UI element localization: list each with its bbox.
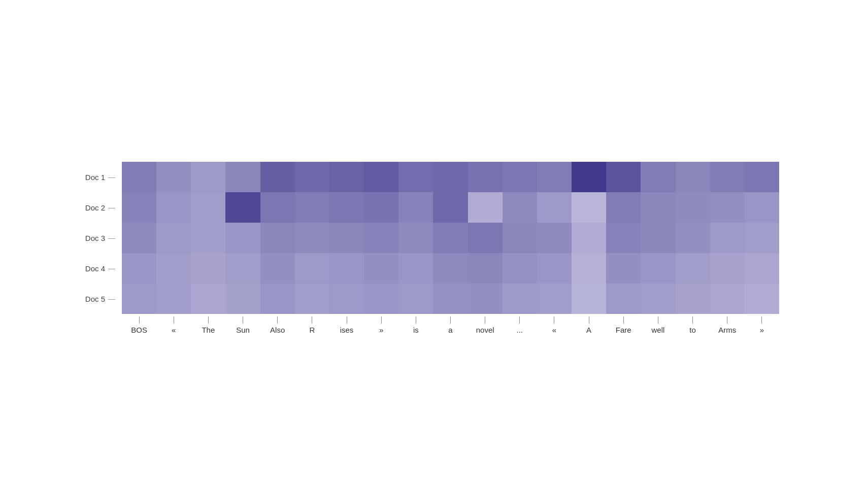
cell-r3-c2 [156, 223, 191, 253]
x-tick-label-3: Sun [236, 326, 250, 334]
x-tick-label-13: A [586, 326, 591, 334]
row-label-doc5: Doc 5 — [79, 284, 119, 314]
cell-r4-c7 [329, 253, 364, 284]
cell-r2-c11 [468, 192, 503, 223]
cell-r1-c1 [122, 162, 156, 192]
chart-container: Doc 1 — Doc 2 — Doc 3 — Doc 4 — Doc 5 — … [79, 162, 789, 375]
cell-r3-c7 [329, 223, 364, 253]
x-tick-15: well [641, 316, 675, 334]
cell-r1-c9 [398, 162, 433, 192]
cell-r1-c13 [537, 162, 572, 192]
x-tick-1: « [156, 316, 191, 334]
cell-r4-c2 [156, 253, 191, 284]
x-tick-line-8 [416, 316, 416, 324]
cell-r3-c14 [572, 223, 606, 253]
row-label-doc1: Doc 1 — [79, 162, 119, 192]
cell-r4-c10 [433, 253, 468, 284]
cell-r1-c3 [191, 162, 225, 192]
cell-r3-c8 [364, 223, 398, 253]
cell-r5-c10 [433, 284, 468, 314]
x-tick-line-16 [692, 316, 693, 324]
cell-r2-c17 [676, 192, 710, 223]
cell-r5-c9 [398, 284, 433, 314]
cell-r3-c3 [191, 223, 225, 253]
cell-r5-c17 [676, 284, 710, 314]
cell-r4-c16 [641, 253, 675, 284]
cell-r1-c16 [641, 162, 675, 192]
cell-r5-c14 [572, 284, 606, 314]
cell-r5-c4 [225, 284, 260, 314]
x-tick-label-4: Also [270, 326, 285, 334]
x-tick-line-3 [243, 316, 243, 324]
x-tick-label-6: ises [340, 326, 354, 334]
cell-r5-c3 [191, 284, 225, 314]
cell-r2-c12 [503, 192, 537, 223]
cell-r2-c13 [537, 192, 572, 223]
cell-r4-c5 [260, 253, 295, 284]
cell-r5-c2 [156, 284, 191, 314]
x-tick-16: to [676, 316, 710, 334]
cell-r3-c10 [433, 223, 468, 253]
x-tick-label-9: a [448, 326, 452, 334]
cell-r2-c15 [606, 192, 641, 223]
x-tick-label-2: The [202, 326, 215, 334]
cell-r4-c18 [710, 253, 745, 284]
cell-r1-c12 [503, 162, 537, 192]
x-tick-9: a [433, 316, 468, 334]
x-tick-label-16: to [689, 326, 696, 334]
cell-r1-c14 [572, 162, 606, 192]
x-tick-label-8: is [413, 326, 419, 334]
x-tick-line-11 [519, 316, 520, 324]
x-tick-line-15 [658, 316, 658, 324]
cell-r1-c4 [225, 162, 260, 192]
x-tick-line-7 [381, 316, 382, 324]
x-tick-5: R [295, 316, 329, 334]
x-tick-label-7: » [379, 326, 383, 334]
cell-r4-c19 [745, 253, 779, 284]
cell-r1-c17 [676, 162, 710, 192]
cell-r1-c7 [329, 162, 364, 192]
cell-r5-c18 [710, 284, 745, 314]
cell-r5-c11 [468, 284, 503, 314]
row-labels: Doc 1 — Doc 2 — Doc 3 — Doc 4 — Doc 5 — [79, 162, 119, 314]
cell-r3-c18 [710, 223, 745, 253]
cell-r5-c5 [260, 284, 295, 314]
cell-r2-c18 [710, 192, 745, 223]
x-tick-14: Fare [606, 316, 641, 334]
cell-r2-c1 [122, 192, 156, 223]
x-tick-label-12: « [552, 326, 556, 334]
cell-r5-c6 [295, 284, 329, 314]
heatmap-grid [122, 162, 779, 314]
cell-r3-c15 [606, 223, 641, 253]
x-tick-line-9 [450, 316, 451, 324]
x-tick-6: ises [329, 316, 364, 334]
cell-r2-c5 [260, 192, 295, 223]
cell-r1-c19 [745, 162, 779, 192]
row-label-doc3: Doc 3 — [79, 223, 119, 253]
cell-r5-c7 [329, 284, 364, 314]
x-axis: BOS«TheSunAlsoRises»isanovel...«AFarewel… [122, 316, 779, 334]
x-tick-3: Sun [225, 316, 260, 334]
x-tick-line-17 [727, 316, 727, 324]
cell-r4-c17 [676, 253, 710, 284]
row-label-doc2: Doc 2 — [79, 192, 119, 223]
cell-r4-c11 [468, 253, 503, 284]
cell-r5-c8 [364, 284, 398, 314]
cell-r4-c3 [191, 253, 225, 284]
cell-r3-c11 [468, 223, 503, 253]
cell-r2-c10 [433, 192, 468, 223]
cell-r3-c19 [745, 223, 779, 253]
cell-r2-c19 [745, 192, 779, 223]
cell-r3-c16 [641, 223, 675, 253]
cell-r4-c4 [225, 253, 260, 284]
x-tick-label-10: novel [476, 326, 494, 334]
cell-r3-c5 [260, 223, 295, 253]
cell-r3-c17 [676, 223, 710, 253]
cell-r3-c4 [225, 223, 260, 253]
cell-r4-c12 [503, 253, 537, 284]
x-tick-label-5: R [309, 326, 315, 334]
cell-r1-c5 [260, 162, 295, 192]
x-tick-line-14 [623, 316, 624, 324]
cell-r5-c1 [122, 284, 156, 314]
x-tick-line-6 [347, 316, 347, 324]
